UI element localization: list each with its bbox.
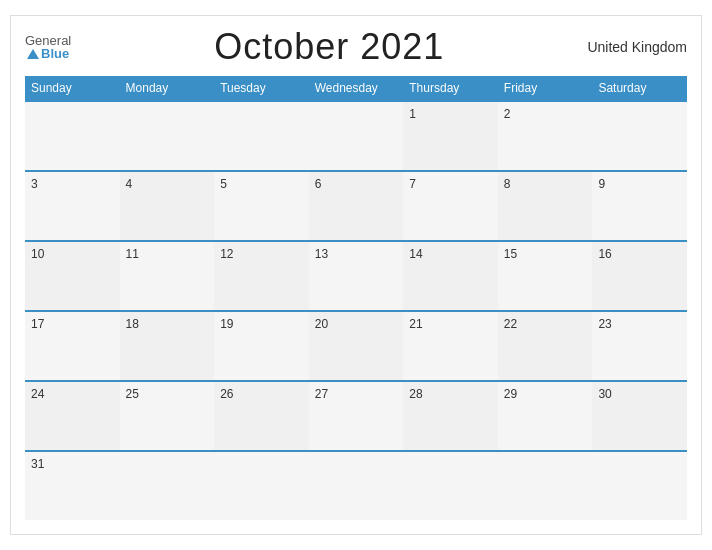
table-row bbox=[120, 450, 215, 520]
table-row bbox=[498, 450, 593, 520]
table-row: 22 bbox=[498, 310, 593, 380]
logo-triangle-icon bbox=[27, 49, 39, 59]
calendar-header: General Blue October 2021 United Kingdom bbox=[25, 26, 687, 68]
header-friday: Friday bbox=[498, 76, 593, 100]
calendar-title: October 2021 bbox=[214, 26, 444, 68]
table-row: 12 bbox=[214, 240, 309, 310]
table-row: 28 bbox=[403, 380, 498, 450]
table-row: 17 bbox=[25, 310, 120, 380]
table-row bbox=[214, 450, 309, 520]
table-row: 6 bbox=[309, 170, 404, 240]
table-row: 9 bbox=[592, 170, 687, 240]
calendar: General Blue October 2021 United Kingdom… bbox=[10, 15, 702, 535]
header-tuesday: Tuesday bbox=[214, 76, 309, 100]
table-row: 20 bbox=[309, 310, 404, 380]
calendar-country: United Kingdom bbox=[587, 39, 687, 55]
table-row bbox=[592, 450, 687, 520]
days-of-week-header: Sunday Monday Tuesday Wednesday Thursday… bbox=[25, 76, 687, 100]
table-row: 2 bbox=[498, 100, 593, 170]
table-row bbox=[309, 100, 404, 170]
table-row: 16 bbox=[592, 240, 687, 310]
table-row: 7 bbox=[403, 170, 498, 240]
table-row: 24 bbox=[25, 380, 120, 450]
table-row bbox=[120, 100, 215, 170]
table-row: 29 bbox=[498, 380, 593, 450]
table-row: 11 bbox=[120, 240, 215, 310]
table-row: 18 bbox=[120, 310, 215, 380]
table-row: 21 bbox=[403, 310, 498, 380]
table-row: 27 bbox=[309, 380, 404, 450]
logo: General Blue bbox=[25, 34, 71, 60]
table-row: 14 bbox=[403, 240, 498, 310]
table-row: 4 bbox=[120, 170, 215, 240]
table-row: 26 bbox=[214, 380, 309, 450]
header-thursday: Thursday bbox=[403, 76, 498, 100]
header-sunday: Sunday bbox=[25, 76, 120, 100]
table-row: 5 bbox=[214, 170, 309, 240]
table-row bbox=[25, 100, 120, 170]
table-row: 25 bbox=[120, 380, 215, 450]
table-row: 3 bbox=[25, 170, 120, 240]
table-row: 1 bbox=[403, 100, 498, 170]
table-row: 8 bbox=[498, 170, 593, 240]
table-row bbox=[403, 450, 498, 520]
table-row: 31 bbox=[25, 450, 120, 520]
table-row bbox=[214, 100, 309, 170]
table-row: 30 bbox=[592, 380, 687, 450]
logo-blue-text: Blue bbox=[41, 47, 69, 60]
table-row: 23 bbox=[592, 310, 687, 380]
header-monday: Monday bbox=[120, 76, 215, 100]
table-row: 10 bbox=[25, 240, 120, 310]
calendar-grid: 1 2 3 4 5 6 7 8 9 10 11 12 13 14 15 16 1… bbox=[25, 100, 687, 520]
header-saturday: Saturday bbox=[592, 76, 687, 100]
table-row bbox=[592, 100, 687, 170]
table-row: 19 bbox=[214, 310, 309, 380]
table-row: 13 bbox=[309, 240, 404, 310]
table-row bbox=[309, 450, 404, 520]
header-wednesday: Wednesday bbox=[309, 76, 404, 100]
table-row: 15 bbox=[498, 240, 593, 310]
